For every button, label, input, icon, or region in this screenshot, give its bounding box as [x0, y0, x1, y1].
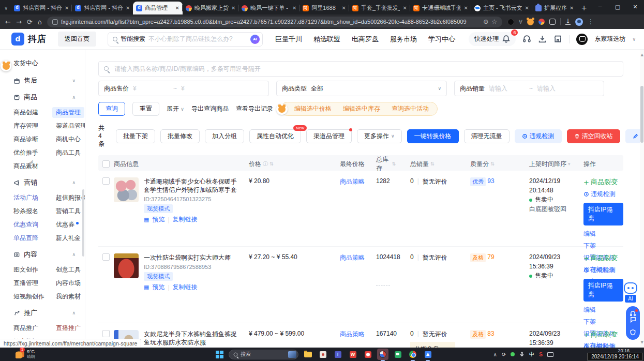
close-icon[interactable]: ✕: [126, 5, 130, 11]
browser-tab[interactable]: 抖店官网 - 抖音小✕: [72, 2, 133, 14]
close-icon[interactable]: ✕: [463, 5, 468, 11]
chat-icon[interactable]: [630, 316, 636, 323]
price-min-input[interactable]: [133, 85, 169, 92]
search-highlight-thumbnail[interactable]: [288, 351, 296, 358]
browser-tab[interactable]: 抖店官网 - 抖音小✕: [11, 2, 72, 14]
forward-icon[interactable]: →: [16, 18, 22, 26]
photos-app-button[interactable]: ▲: [422, 349, 433, 360]
sidebar-item[interactable]: 渠道品管理: [56, 122, 85, 130]
row-checkbox[interactable]: [102, 253, 110, 261]
sidebar-section-content[interactable]: 内容 ∧: [13, 250, 85, 259]
close-icon[interactable]: ✕: [292, 5, 296, 11]
browser-tab-active[interactable]: 商品管理✕: [133, 2, 183, 14]
edit-link[interactable]: 编辑: [583, 306, 596, 314]
select-all-checkbox[interactable]: [102, 160, 110, 168]
row-checkbox[interactable]: [102, 177, 110, 185]
smart-search-input[interactable]: 智能搜索 不小心删除了商品链接怎么办? AI: [108, 32, 263, 47]
zoom-icon[interactable]: ⊕: [483, 18, 488, 25]
adblock-extension-icon[interactable]: [507, 19, 514, 25]
copy-link[interactable]: 复制链接: [173, 215, 198, 224]
sidebar-item[interactable]: 优价推手: [13, 148, 43, 157]
tiger-extension-icon[interactable]: [527, 19, 534, 25]
product-type-select[interactable]: 商品类型 全部 ∨: [276, 81, 447, 96]
expand-toggle[interactable]: 展开 ∨: [167, 104, 184, 113]
scroll-down-icon[interactable]: ▼: [641, 340, 643, 344]
chrome-button[interactable]: [407, 349, 418, 360]
browser-tab[interactable]: 阿里1688✕: [299, 2, 349, 14]
product-fission-link[interactable]: +商品裂变: [583, 330, 618, 339]
quark-app-button[interactable]: [362, 349, 373, 360]
teams-app-button[interactable]: T: [332, 349, 343, 360]
nav-service-market[interactable]: 服务市场: [390, 35, 417, 44]
channel-management-button[interactable]: 渠道品管理: [306, 129, 352, 143]
col-total-sales[interactable]: 总销量⇅: [396, 160, 455, 169]
col-quality-score[interactable]: 质量分⇅: [455, 160, 510, 169]
close-icon[interactable]: ✕: [65, 5, 69, 11]
export-products-link[interactable]: 导出查询商品: [191, 104, 229, 113]
headset-icon[interactable]: [522, 35, 531, 43]
preview-link[interactable]: 预览: [152, 215, 164, 224]
product-fission-link[interactable]: +商品裂变: [583, 253, 618, 263]
store-app-button[interactable]: [317, 349, 328, 360]
sidebar-section-aftersale[interactable]: 售后 ∨: [13, 76, 85, 85]
bookmark-star-icon[interactable]: ☆: [491, 18, 497, 25]
product-fission-link[interactable]: +商品裂变: [583, 177, 618, 187]
pinwheel-extension-icon[interactable]: [538, 19, 545, 25]
more-operations-button[interactable]: 更多操作 ∨: [357, 129, 402, 143]
sidebar-item[interactable]: 创意工具: [56, 265, 85, 274]
sidebar-item[interactable]: 库存管理: [13, 122, 43, 130]
taskbar-weather-widget[interactable]: 1 9°C 晴朗: [16, 349, 35, 359]
address-bar[interactable]: fxg.jinritemai.com/ffa/g/list?btm_ppre=a…: [47, 17, 502, 27]
clear-no-traffic-button[interactable]: 清理无流量: [464, 129, 510, 143]
sales-range-filter[interactable]: 商品销量 ~: [454, 81, 604, 96]
display-icon[interactable]: [547, 352, 553, 357]
new-tab-icon[interactable]: +: [581, 4, 587, 12]
sidebar-item[interactable]: 我的素材: [56, 292, 85, 301]
window-close-icon[interactable]: ✕: [626, 0, 644, 14]
preview-link[interactable]: 预览: [152, 283, 164, 292]
doudian-logo[interactable]: d 抖店: [11, 33, 47, 46]
green-status-icon[interactable]: [511, 352, 515, 356]
sidebar-item[interactable]: 商品创建: [13, 108, 43, 117]
sidebar-item[interactable]: 图文创作: [13, 265, 43, 274]
close-icon[interactable]: ✕: [525, 5, 529, 11]
browser-tab[interactable]: 手套_手套批发_手✕: [349, 2, 410, 14]
export-history-link[interactable]: 查看导出记录: [236, 104, 273, 113]
active-app-button[interactable]: [377, 349, 388, 360]
sidebar-item[interactable]: 内容市场: [56, 279, 85, 288]
sidebar-item[interactable]: 直播推广: [56, 324, 85, 333]
browser-tab[interactable]: 卡通珊瑚绒手套少✕: [410, 2, 471, 14]
sidebar-scrollbar[interactable]: [82, 189, 84, 257]
col-price[interactable]: 价格ⓘ⇅: [241, 160, 308, 169]
col-listing-time[interactable]: 上架时间降序▾: [510, 160, 574, 169]
edit-selected-price[interactable]: 编辑选中价格: [294, 104, 332, 113]
sidebar-section-product[interactable]: 商品 ∧: [13, 93, 85, 102]
file-explorer-button[interactable]: [302, 349, 313, 360]
sidebar-item-shipping-center[interactable]: 发货中心: [13, 59, 85, 68]
sidebar-item[interactable]: 营销工具: [56, 207, 85, 216]
sales-min-input[interactable]: [489, 85, 525, 92]
bell-icon[interactable]: [502, 35, 511, 43]
offshelf-link[interactable]: 下架: [583, 242, 596, 250]
browser-tab[interactable]: 晚风一键下单 - 安✕: [238, 2, 299, 14]
fox-assistant-fab[interactable]: [1, 61, 11, 71]
query-selected-activity[interactable]: 查询选中活动: [392, 104, 429, 113]
page-scrollbar-thumb[interactable]: [640, 86, 643, 143]
auto-optimize-button[interactable]: 属性自动优化New: [249, 129, 301, 143]
violation-check-link[interactable]: 违规检测: [583, 266, 616, 275]
site-info-icon[interactable]: [52, 19, 58, 25]
minimize-icon[interactable]: ─: [591, 0, 609, 14]
sidebar-item-product-management[interactable]: 商品管理: [52, 107, 84, 118]
product-search-input[interactable]: [98, 61, 623, 77]
browser-profile-avatar[interactable]: [575, 18, 583, 26]
sidebar-item[interactable]: 商机中心: [56, 135, 85, 144]
convert-price-button[interactable]: 一键转换价格: [407, 129, 459, 143]
back-home-button[interactable]: 返回首页: [58, 32, 96, 47]
product-title[interactable]: 女款尼龙半身下水裤钓鱼捕鱼裤捉鱼玩水服防水衣防水服: [144, 330, 241, 347]
reset-button[interactable]: 重置: [132, 102, 159, 116]
close-icon[interactable]: ✕: [175, 5, 179, 11]
browser-tab[interactable]: 主页 - 飞书云文档✕: [471, 2, 532, 14]
edit-link[interactable]: 编辑: [583, 230, 596, 238]
wechat-button[interactable]: [392, 349, 403, 360]
nav-qianchuan[interactable]: 巨量千川: [275, 35, 302, 44]
